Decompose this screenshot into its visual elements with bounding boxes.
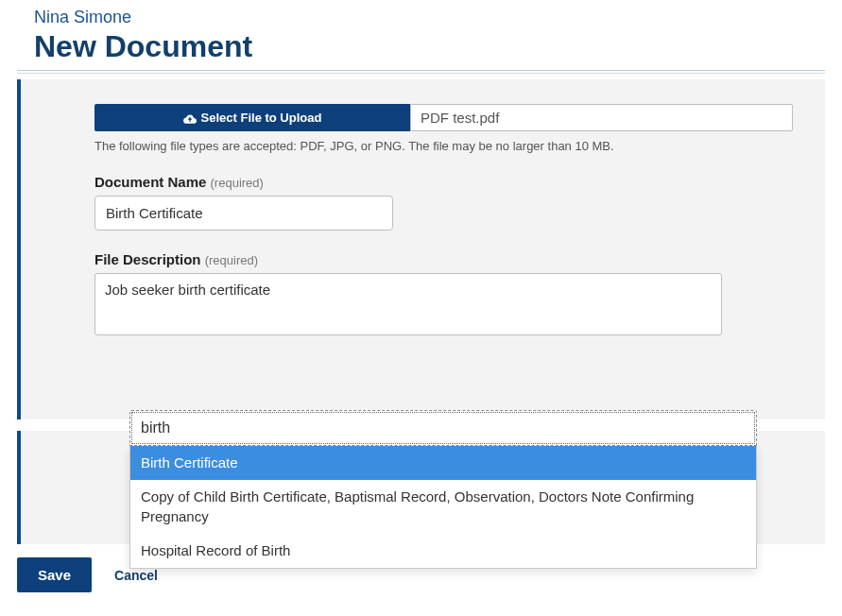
cloud-upload-icon bbox=[183, 112, 197, 124]
document-name-required: (required) bbox=[211, 176, 264, 190]
autocomplete-option[interactable]: Copy of Child Birth Certificate, Baptism… bbox=[130, 480, 756, 534]
title-divider bbox=[17, 70, 825, 74]
breadcrumb-subtitle: Nina Simone bbox=[34, 8, 825, 27]
autocomplete-option[interactable]: Birth Certificate bbox=[130, 446, 756, 480]
autocomplete-wrap: Birth Certificate Copy of Child Birth Ce… bbox=[129, 410, 757, 569]
cancel-link[interactable]: Cancel bbox=[114, 568, 158, 583]
upload-hint: The following file types are accepted: P… bbox=[95, 139, 793, 153]
file-description-label: File Description bbox=[95, 251, 201, 267]
document-name-label: Document Name bbox=[95, 174, 206, 190]
autocomplete-list: Birth Certificate Copy of Child Birth Ce… bbox=[129, 446, 757, 569]
document-name-label-row: Document Name (required) bbox=[95, 174, 793, 190]
document-name-input[interactable] bbox=[95, 196, 393, 231]
autocomplete-option[interactable]: Hospital Record of Birth bbox=[130, 534, 756, 568]
selected-file-name: PDF test.pdf bbox=[410, 104, 793, 131]
upload-panel: Select File to Upload PDF test.pdf The f… bbox=[17, 79, 825, 419]
autocomplete-search-input[interactable] bbox=[129, 410, 757, 446]
file-description-label-row: File Description (required) bbox=[95, 251, 793, 267]
page-header: Nina Simone New Document bbox=[34, 8, 825, 64]
page-root: Nina Simone New Document Select File to … bbox=[0, 0, 842, 592]
select-file-button[interactable]: Select File to Upload bbox=[95, 104, 410, 131]
file-description-textarea[interactable] bbox=[95, 273, 722, 335]
select-file-label: Select File to Upload bbox=[201, 111, 322, 125]
page-title: New Document bbox=[34, 29, 825, 64]
file-description-required: (required) bbox=[205, 253, 258, 267]
file-upload-row: Select File to Upload PDF test.pdf bbox=[95, 104, 793, 131]
save-button[interactable]: Save bbox=[17, 557, 92, 592]
